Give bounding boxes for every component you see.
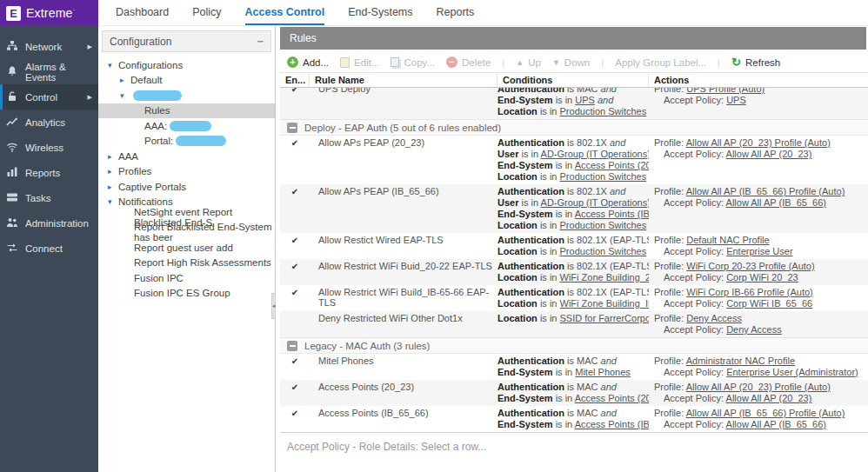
condition-value-link[interactable]: Production Switches xyxy=(560,171,647,182)
condition-value-link[interactable]: Mitel Phones xyxy=(575,367,631,377)
accept-policy-link[interactable]: UPS xyxy=(726,95,746,105)
profile-link[interactable]: Allow All AP (IB_65_66) Profile (Auto) xyxy=(686,408,845,418)
accept-policy-link[interactable]: Enterprise User xyxy=(726,246,792,256)
tree-item-default[interactable]: ▸Default xyxy=(98,73,275,89)
rule-enabled-cell[interactable]: ✔ xyxy=(280,408,310,430)
column-header-en[interactable]: En... xyxy=(280,73,310,87)
column-header-actions[interactable]: Actions xyxy=(649,73,868,87)
profile-link[interactable]: WiFi Corp 20-23 Profile (Auto) xyxy=(686,261,814,271)
refresh-button[interactable]: ↻Refresh xyxy=(731,56,780,69)
condition-value-link[interactable]: Access Points (20_... xyxy=(575,160,649,170)
tree-item-report-blacklisted-end-system-has-beer[interactable]: Report Blacklisted End-System has beer xyxy=(98,225,275,241)
tree-item-portal[interactable]: Portal: xyxy=(98,134,275,150)
column-header-conditions[interactable]: Conditions xyxy=(497,73,649,87)
condition-value-link[interactable]: UPS xyxy=(575,95,595,105)
tree-item-profiles[interactable]: ▸Profiles xyxy=(98,164,275,180)
delete-button[interactable]: −Delete xyxy=(446,57,491,68)
chevron-right-icon[interactable]: ▸ xyxy=(108,183,118,191)
down-button[interactable]: ▼Down xyxy=(552,57,590,68)
tree-item-captive-portals[interactable]: ▸Captive Portals xyxy=(98,179,275,195)
accept-policy-link[interactable]: Corp WiFi IB_65_66 xyxy=(726,298,812,309)
profile-link[interactable]: Deny Access xyxy=(686,313,742,323)
apply-group-label-button[interactable]: Apply Group Label... xyxy=(615,57,706,68)
chevron-right-icon[interactable]: ▸ xyxy=(120,76,130,84)
condition-value-link[interactable]: Production Switches xyxy=(560,106,647,116)
condition-value-link[interactable]: SSID for FarrerCorpor... xyxy=(560,313,649,323)
tree-item-fusion-ipc[interactable]: Fusion IPC xyxy=(98,270,275,286)
rule-enabled-cell[interactable]: ✔ xyxy=(280,261,310,283)
accept-policy-link[interactable]: Deny Access xyxy=(726,324,782,335)
column-header-rule-name[interactable]: Rule Name xyxy=(310,73,497,87)
accept-policy-link[interactable]: Corp WiFi 20_23 xyxy=(726,272,798,283)
profile-link[interactable]: Allow All AP (IB_65_66) Profile (Auto) xyxy=(686,186,845,196)
profile-link[interactable]: UPS Profile (Auto) xyxy=(686,88,765,94)
rule-enabled-cell[interactable] xyxy=(280,313,310,336)
chevron-right-icon[interactable]: ▸ xyxy=(108,152,118,161)
sidebar-item-alarms-events[interactable]: Alarms & Events xyxy=(0,59,98,84)
tree-item-configurations[interactable]: ▾Configurations xyxy=(98,57,275,73)
profile-link[interactable]: Administrator NAC Profile xyxy=(686,356,795,366)
table-row-allow-restrict-wifi-buid-20-22-eap-tls[interactable]: ✔Allow Restrict WiFi Buid_20-22 EAP-TLSA… xyxy=(280,259,868,285)
chevron-down-icon[interactable]: ▾ xyxy=(108,197,118,206)
sidebar-item-wireless[interactable]: Wireless xyxy=(0,135,98,160)
tree-item-rules[interactable]: Rules xyxy=(98,103,275,119)
collapse-panel-icon[interactable]: − xyxy=(257,35,264,48)
chevron-down-icon[interactable]: ▾ xyxy=(108,61,118,70)
rule-enabled-cell[interactable]: ✔ xyxy=(280,356,310,378)
profile-link[interactable]: Allow All AP (20_23) Profile (Auto) xyxy=(686,137,831,148)
up-button[interactable]: ▲Up xyxy=(516,57,541,68)
table-row-allow-aps-peap-ib-65-66[interactable]: ✔Allow APs PEAP (IB_65_66)Authentication… xyxy=(280,184,868,233)
tree-item-redacted[interactable]: ▾ xyxy=(98,88,275,103)
condition-value-link[interactable]: WiFi Zone Building_IB... xyxy=(560,298,649,309)
table-row-access-points-20-23[interactable]: ✔Access Points (20_23)Authentication is … xyxy=(280,380,868,406)
accept-policy-link[interactable]: Enterprise User (Administrator) xyxy=(726,367,858,377)
table-row-allow-aps-peap-20-23[interactable]: ✔Allow APs PEAP (20_23)Authentication is… xyxy=(280,136,868,184)
condition-value-link[interactable]: Access Points (IB_... xyxy=(575,209,649,219)
profile-link[interactable]: Allow All AP (20_23) Profile (Auto) xyxy=(686,382,831,392)
tree-item-fusion-ipc-es-group[interactable]: Fusion IPC ES Group xyxy=(98,286,275,302)
condition-value-link[interactable]: Production Switches xyxy=(560,220,647,230)
condition-value-link[interactable]: Access Points (20_... xyxy=(575,393,649,403)
table-row-allow-restrict-wifi-build-ib-65-66-eap-tls[interactable]: ✔Allow Restrict WiFi Build_IB-65-66 EAP-… xyxy=(280,285,868,311)
table-row-allow-restict-wired-eap-tls[interactable]: ✔Allow Restict Wired EAP-TLSAuthenticati… xyxy=(280,233,868,259)
table-row-ups-deploy[interactable]: ✔UPS DeployAuthentication is MAC andEnd-… xyxy=(280,88,868,119)
tab-reports[interactable]: Reports xyxy=(437,0,475,25)
rule-enabled-cell[interactable]: ✔ xyxy=(280,382,310,404)
rule-group-header[interactable]: Legacy - MAC Auth (3 rules) xyxy=(280,337,868,354)
collapse-group-icon[interactable] xyxy=(287,123,297,133)
tree-item-aaa[interactable]: ▸AAA xyxy=(98,149,275,164)
chevron-down-icon[interactable]: ▾ xyxy=(120,91,130,100)
table-row-deny-restricted-wifi-other-dot1x[interactable]: Deny Restricted WiFi Other Dot1xLocation… xyxy=(280,311,868,337)
rule-enabled-cell[interactable]: ✔ xyxy=(280,235,310,257)
tab-end-systems[interactable]: End-Systems xyxy=(348,0,412,25)
rule-group-header[interactable]: Deploy - EAP Auth (5 out of 6 rules enab… xyxy=(280,119,868,136)
profile-link[interactable]: Default NAC Profile xyxy=(686,235,769,245)
add-button[interactable]: +Add... xyxy=(287,57,329,68)
condition-value-link[interactable]: Production Switches xyxy=(560,246,647,256)
tab-access-control[interactable]: Access Control xyxy=(245,0,325,25)
sidebar-item-administration[interactable]: Administration xyxy=(0,210,98,236)
condition-value-link[interactable]: Access Points (IB xyxy=(575,419,649,429)
table-row-mitel-phones[interactable]: ✔Mitel PhonesAuthentication is MAC andEn… xyxy=(280,354,868,380)
rule-enabled-cell[interactable]: ✔ xyxy=(280,88,310,117)
tab-dashboard[interactable]: Dashboard xyxy=(116,0,169,25)
condition-value-link[interactable]: WiFi Zone Building_20... xyxy=(560,272,649,283)
condition-value-link[interactable]: AD-Group (IT Operations) xyxy=(541,149,649,159)
condition-value-link[interactable]: AD-Group (IT Operations) xyxy=(541,197,649,208)
accept-policy-link[interactable]: Allow All AP (IB_65_66) xyxy=(726,197,826,208)
tree-item-report-high-risk-assessments[interactable]: Report High Risk Assessments xyxy=(98,256,275,271)
accept-policy-link[interactable]: Allow All AP (IB_65_66) xyxy=(726,419,826,429)
copy-button[interactable]: Copy... xyxy=(391,57,435,68)
sidebar-item-network[interactable]: Network▶ xyxy=(0,34,98,59)
rule-enabled-cell[interactable]: ✔ xyxy=(280,137,310,183)
accept-policy-link[interactable]: Allow All AP (20_23) xyxy=(726,393,812,403)
sidebar-item-connect[interactable]: Connect xyxy=(0,236,98,261)
table-row-access-points-ib-65-66[interactable]: ✔Access Points (IB_65_66)Authentication … xyxy=(280,406,868,432)
accept-policy-link[interactable]: Allow All AP (20_23) xyxy=(726,149,812,159)
sidebar-item-analytics[interactable]: Analytics xyxy=(0,110,98,135)
collapse-group-icon[interactable] xyxy=(287,341,297,351)
sidebar-item-control[interactable]: Control▶ xyxy=(0,84,98,110)
tree-item-aaa[interactable]: AAA: xyxy=(98,118,275,134)
rule-enabled-cell[interactable]: ✔ xyxy=(280,186,310,231)
sidebar-item-reports[interactable]: Reports xyxy=(0,160,98,185)
